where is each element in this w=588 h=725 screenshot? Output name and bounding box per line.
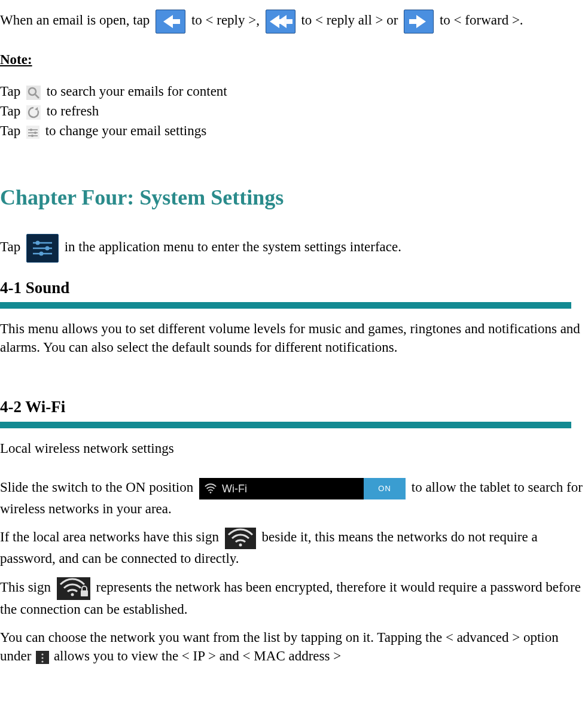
wifi-switch[interactable]: Wi-Fi ON bbox=[199, 478, 406, 499]
reply-all-icon bbox=[266, 10, 295, 33]
menu-icon bbox=[36, 651, 49, 664]
tap-list: Tap to search your emails for content Ta… bbox=[0, 82, 588, 140]
text: to < reply all > or bbox=[301, 13, 401, 28]
text: Slide the switch to the ON position bbox=[0, 480, 197, 495]
wifi-open-paragraph: If the local area networks have this sig… bbox=[0, 528, 588, 568]
wifi-open-icon bbox=[225, 528, 256, 549]
text: If the local area networks have this sig… bbox=[0, 529, 223, 544]
text: Tap bbox=[0, 239, 24, 254]
section-4-2-subtitle: Local wireless network settings bbox=[0, 439, 588, 458]
settings-app-icon bbox=[26, 234, 59, 263]
refresh-icon bbox=[26, 105, 41, 120]
note-heading: Note: bbox=[0, 50, 588, 69]
wifi-advanced-paragraph: You can choose the network you want from… bbox=[0, 628, 588, 665]
text: in the application menu to enter the sys… bbox=[65, 239, 401, 254]
forward-icon bbox=[404, 10, 434, 33]
wifi-icon bbox=[204, 482, 217, 495]
section-4-2-heading: 4-2 Wi-Fi bbox=[0, 396, 588, 418]
wifi-locked-icon bbox=[57, 577, 90, 600]
chapter-intro-paragraph: Tap in the application menu to enter the… bbox=[0, 234, 588, 263]
text: Tap bbox=[0, 84, 24, 99]
section-divider bbox=[0, 422, 571, 428]
text: allows you to view the < IP > and < MAC … bbox=[54, 648, 341, 663]
svg-point-13 bbox=[39, 251, 43, 255]
text: When an email is open, tap bbox=[0, 13, 153, 28]
text: This sign bbox=[0, 580, 54, 595]
text: to refresh bbox=[47, 103, 99, 118]
svg-point-15 bbox=[239, 543, 242, 546]
wifi-switch-paragraph: Slide the switch to the ON position Wi-F… bbox=[0, 478, 588, 518]
search-icon bbox=[26, 86, 41, 100]
svg-line-1 bbox=[35, 95, 39, 98]
svg-point-11 bbox=[45, 246, 49, 250]
email-actions-paragraph: When an email is open, tap to < reply >,… bbox=[0, 10, 588, 33]
reply-icon bbox=[156, 10, 185, 33]
svg-point-16 bbox=[71, 593, 74, 596]
tap-search-line: Tap to search your emails for content bbox=[0, 82, 588, 100]
section-divider bbox=[0, 302, 571, 309]
svg-point-0 bbox=[29, 88, 36, 95]
wifi-switch-label-area: Wi-Fi bbox=[199, 478, 368, 499]
svg-point-9 bbox=[35, 240, 39, 245]
svg-point-19 bbox=[42, 657, 44, 659]
text: to change your email settings bbox=[45, 123, 207, 138]
svg-point-14 bbox=[210, 492, 212, 494]
svg-point-5 bbox=[34, 132, 36, 134]
section-4-1-body: This menu allows you to set different vo… bbox=[0, 319, 588, 357]
tap-refresh-line: Tap to refresh bbox=[0, 102, 588, 120]
text: to < forward >. bbox=[440, 13, 523, 28]
wifi-switch-label: Wi-Fi bbox=[222, 482, 247, 496]
svg-point-18 bbox=[42, 653, 44, 655]
sliders-icon bbox=[26, 126, 39, 139]
text: Tap bbox=[0, 103, 24, 118]
wifi-locked-paragraph: This sign represents the network has bee… bbox=[0, 577, 588, 619]
text: to search your emails for content bbox=[47, 84, 227, 99]
wifi-switch-state[interactable]: ON bbox=[364, 478, 406, 499]
svg-point-3 bbox=[30, 129, 32, 131]
svg-point-7 bbox=[31, 135, 33, 137]
svg-rect-17 bbox=[81, 590, 88, 596]
text: to < reply >, bbox=[191, 13, 263, 28]
chapter-title: Chapter Four: System Settings bbox=[0, 183, 588, 212]
svg-point-20 bbox=[42, 660, 44, 662]
tap-settings-line: Tap to change your email settings bbox=[0, 121, 588, 140]
text: Tap bbox=[0, 123, 24, 138]
section-4-1-heading: 4-1 Sound bbox=[0, 277, 588, 298]
